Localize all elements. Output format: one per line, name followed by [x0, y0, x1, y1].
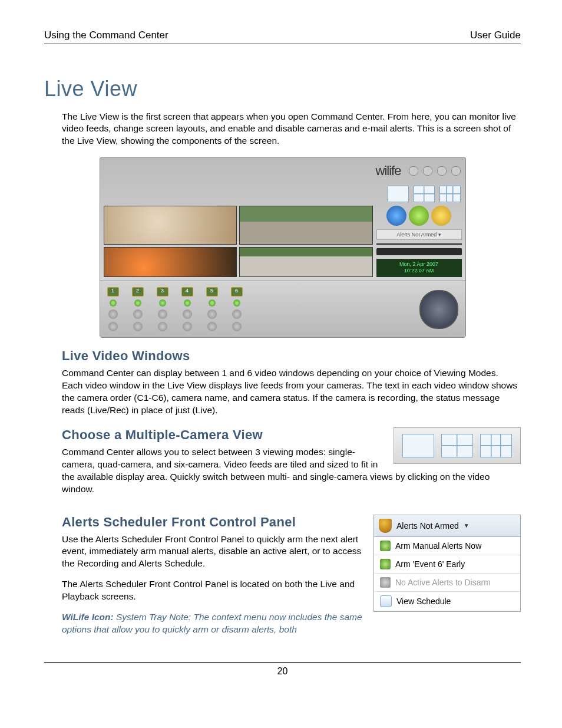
alerts-menu-arm-manual[interactable]: Arm Manual Alerts Now — [374, 537, 520, 555]
cam-control-6[interactable]: 6 — [231, 287, 243, 331]
layout-single-icon[interactable] — [402, 434, 434, 457]
jog-wheel[interactable] — [419, 290, 458, 329]
note-wilife-icon: WiLife Icon: System Tray Note: The conte… — [62, 611, 521, 636]
alerts-menu-arm-event[interactable]: Arm 'Event 6' Early — [374, 555, 520, 574]
intro-paragraph: The Live View is the first screen that a… — [62, 111, 521, 148]
cam-control-5[interactable]: 5 — [206, 287, 218, 331]
side-panel: Alerts Not Armed ▾ Mon, 2 Apr 2007 10:22… — [376, 206, 462, 277]
layout-quad-icon[interactable] — [414, 186, 435, 202]
layout-single-icon[interactable] — [388, 186, 409, 202]
header-left: Using the Command Center — [44, 29, 168, 41]
header-right: User Guide — [470, 29, 521, 41]
app-screenshot: wilife Alerts N — [100, 157, 466, 338]
page-title: Live View — [44, 77, 521, 101]
alert-status-bar[interactable]: Alerts Not Armed ▾ — [376, 229, 462, 240]
brand-logo: wilife — [376, 163, 401, 179]
layout-selector-image — [394, 427, 521, 464]
camera-feed-4[interactable] — [239, 247, 373, 277]
body-live-video: Command Center can display between 1 and… — [62, 367, 521, 417]
camera-feed-2[interactable] — [239, 206, 373, 245]
layout-six-icon[interactable] — [439, 186, 461, 202]
cam-control-4[interactable]: 4 — [181, 287, 193, 331]
alerts-menu-schedule[interactable]: View Schedule — [374, 592, 520, 611]
timestamp-display: Mon, 2 Apr 2007 10:22:07 AM — [376, 259, 462, 277]
heading-live-video: Live Video Windows — [62, 348, 521, 364]
setup-button[interactable] — [386, 206, 406, 226]
playback-button[interactable] — [409, 206, 429, 226]
alerts-menu-disarm: No Active Alerts to Disarm — [374, 574, 520, 592]
layout-quad-icon[interactable] — [441, 434, 473, 457]
cam-control-2[interactable]: 2 — [132, 287, 144, 331]
shield-green-icon — [380, 559, 391, 569]
maximize-icon[interactable] — [437, 166, 447, 176]
mini-preview[interactable] — [376, 243, 462, 245]
shield-grey-icon — [380, 577, 391, 588]
shield-green-icon — [380, 541, 391, 551]
layout-six-icon[interactable] — [480, 434, 512, 457]
camera-control-bar: 1 2 3 4 5 6 — [100, 281, 465, 337]
video-grid — [104, 206, 373, 277]
secure-button[interactable] — [431, 206, 451, 226]
cam-control-1[interactable]: 1 — [107, 287, 119, 331]
help-icon[interactable] — [409, 166, 418, 176]
minimize-icon[interactable] — [423, 166, 432, 176]
dropdown-caret-icon: ▼ — [464, 522, 470, 529]
page-number: 20 — [277, 666, 288, 676]
schedule-icon — [380, 595, 392, 607]
timeline-slider[interactable] — [376, 248, 462, 255]
cam-control-3[interactable]: 3 — [157, 287, 168, 331]
camera-feed-3[interactable] — [104, 247, 237, 277]
shield-icon — [379, 519, 392, 533]
alerts-panel-image: Alerts Not Armed ▼ Arm Manual Alerts Now… — [373, 515, 521, 612]
camera-feed-1[interactable] — [104, 206, 237, 245]
close-icon[interactable] — [451, 166, 461, 176]
alerts-panel-header[interactable]: Alerts Not Armed ▼ — [374, 515, 520, 537]
alerts-status-label: Alerts Not Armed — [396, 521, 459, 531]
